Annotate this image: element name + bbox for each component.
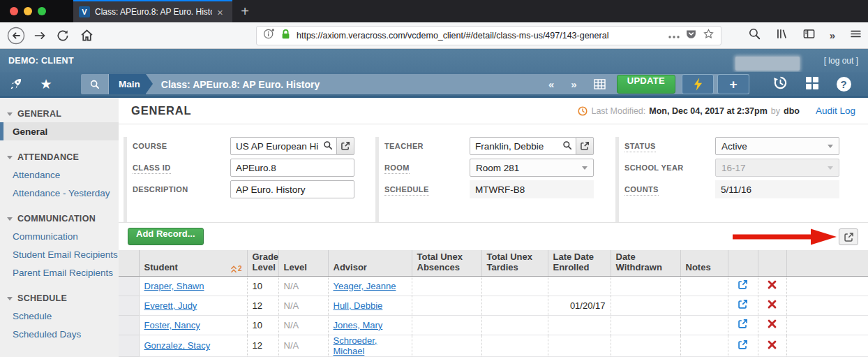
date-withdrawn-cell bbox=[611, 335, 680, 356]
column-header-total-unex-absences[interactable]: Total Unex Absences bbox=[412, 250, 481, 276]
update-button[interactable]: UPDATE bbox=[617, 75, 675, 94]
column-header-level[interactable]: Level bbox=[278, 250, 328, 276]
browser-tab[interactable]: V Class: APEuro.8: AP Euro. Histo × bbox=[73, 0, 232, 22]
sidebar-item-general[interactable]: General bbox=[0, 122, 119, 140]
student-cell: Everett, Judy bbox=[139, 296, 247, 315]
sidebar-item-schedule[interactable]: Schedule bbox=[0, 307, 119, 325]
column-header-student[interactable]: Student2 bbox=[139, 250, 247, 276]
delete-record-icon[interactable] bbox=[768, 280, 777, 289]
column-header-total-unex-tardies[interactable]: Total Unex Tardies bbox=[481, 250, 548, 276]
url-bar[interactable]: https://axiom.veracross.com/vcdemo_clien… bbox=[256, 26, 721, 45]
sidebar-section-header-general[interactable]: GENERAL bbox=[0, 106, 119, 122]
open-course-record-icon[interactable] bbox=[336, 137, 354, 155]
minimize-window-button[interactable] bbox=[24, 7, 32, 15]
column-header-date-withdrawn[interactable]: Date Withdrawn bbox=[611, 250, 680, 276]
refresh-icon[interactable] bbox=[53, 25, 74, 46]
app-navbar: ★ Main Class: APEuro.8: AP Euro. History… bbox=[0, 72, 868, 98]
add-record-button[interactable]: Add Record... bbox=[128, 228, 204, 245]
advisor-link[interactable]: Jones, Mary bbox=[334, 320, 383, 330]
sidebar-item-attendance-yesterday[interactable]: Attendance - Yesterday bbox=[0, 184, 119, 202]
logout-link[interactable]: [ log out ] bbox=[824, 56, 858, 66]
sort-ascending-icon: 2 bbox=[230, 265, 242, 273]
status-select[interactable]: Active bbox=[715, 137, 839, 155]
close-window-button[interactable] bbox=[10, 7, 18, 15]
overflow-chevrons-icon[interactable]: » bbox=[830, 29, 835, 41]
delete-record-icon[interactable] bbox=[768, 300, 777, 309]
room-select[interactable]: Room 281 bbox=[470, 159, 594, 177]
client-label: DEMO: CLIENT bbox=[8, 56, 74, 66]
column-header-notes[interactable]: Notes bbox=[680, 250, 728, 276]
sidebar-item-scheduled-days[interactable]: Scheduled Days bbox=[0, 325, 119, 343]
lookup-search-icon[interactable] bbox=[562, 140, 572, 153]
quick-actions-lightning-button[interactable] bbox=[682, 74, 714, 94]
page-info-icon[interactable] bbox=[263, 28, 275, 43]
back-icon[interactable] bbox=[6, 25, 27, 46]
table-row: Draper, Shawn10N/AYeager, Jeanne bbox=[119, 276, 868, 296]
class-id-input[interactable] bbox=[230, 159, 354, 177]
pocket-icon[interactable] bbox=[685, 28, 697, 43]
course-input[interactable] bbox=[230, 137, 337, 155]
library-icon[interactable] bbox=[775, 27, 788, 43]
favorites-star-icon[interactable]: ★ bbox=[31, 76, 61, 92]
advisor-link[interactable]: Hull, Debbie bbox=[334, 300, 383, 311]
open-record-icon[interactable] bbox=[738, 279, 748, 290]
row-handle[interactable] bbox=[119, 315, 139, 335]
last-modified-by-label: by bbox=[771, 106, 780, 116]
sidebar-item-communication[interactable]: Communication bbox=[0, 227, 119, 245]
page-actions-icon[interactable] bbox=[668, 29, 680, 42]
sidebar-item-attendance[interactable]: Attendance bbox=[0, 166, 119, 184]
row-handle[interactable] bbox=[119, 276, 139, 296]
column-header-grade-level[interactable]: Grade Level bbox=[247, 250, 278, 276]
open-record-icon[interactable] bbox=[738, 299, 748, 309]
row-handle[interactable] bbox=[119, 335, 139, 356]
breadcrumb-main[interactable]: Main bbox=[109, 74, 146, 94]
status-value: Active bbox=[721, 141, 747, 152]
description-input[interactable] bbox=[230, 180, 354, 198]
new-tab-button[interactable]: + bbox=[232, 0, 257, 22]
student-link[interactable]: Foster, Nancy bbox=[144, 320, 200, 330]
sidebar-item-parent-email-recipients[interactable]: Parent Email Recipients bbox=[0, 263, 119, 282]
home-icon[interactable] bbox=[76, 25, 97, 46]
results-grid-icon[interactable] bbox=[585, 79, 614, 89]
delete-record-icon[interactable] bbox=[768, 319, 777, 328]
previous-record-icon[interactable]: « bbox=[540, 78, 562, 90]
maximize-window-button[interactable] bbox=[38, 7, 46, 15]
apps-grid-icon[interactable] bbox=[805, 76, 819, 93]
row-handle[interactable] bbox=[119, 296, 139, 315]
open-record-icon[interactable] bbox=[738, 319, 748, 329]
history-icon[interactable] bbox=[772, 75, 788, 94]
advisor-link[interactable]: Yeager, Jeanne bbox=[334, 281, 396, 291]
tab-close-icon[interactable]: × bbox=[217, 7, 223, 17]
record-actions: « » UPDATE + bbox=[540, 74, 749, 94]
advisor-link[interactable]: Schroeder, Michael bbox=[334, 335, 377, 356]
search-icon[interactable] bbox=[748, 27, 761, 43]
bookmark-star-icon[interactable] bbox=[703, 28, 714, 43]
sidebar-section-header-schedule[interactable]: SCHEDULE bbox=[0, 291, 119, 307]
url-text[interactable]: https://axiom.veracross.com/vcdemo_clien… bbox=[297, 31, 663, 41]
sidebar-section-header-attendance[interactable]: ATTENDANCE bbox=[0, 150, 119, 166]
teacher-input[interactable] bbox=[470, 137, 576, 155]
open-record-icon[interactable] bbox=[738, 340, 748, 350]
popout-grid-button[interactable] bbox=[839, 228, 858, 245]
forward-icon[interactable] bbox=[29, 25, 50, 46]
open-teacher-record-icon[interactable] bbox=[576, 137, 594, 155]
student-link[interactable]: Gonzalez, Stacy bbox=[144, 340, 211, 351]
column-header-late-date-enrolled[interactable]: Late Date Enrolled bbox=[548, 250, 611, 276]
next-record-icon[interactable]: » bbox=[562, 78, 585, 90]
audit-log-link[interactable]: Audit Log bbox=[816, 105, 855, 116]
menu-icon[interactable] bbox=[849, 27, 862, 43]
rocket-icon[interactable] bbox=[0, 77, 31, 92]
level-cell: N/A bbox=[278, 276, 328, 296]
sidebar-panels-icon[interactable] bbox=[802, 27, 816, 43]
student-link[interactable]: Draper, Shawn bbox=[144, 281, 204, 291]
add-new-button[interactable]: + bbox=[717, 74, 749, 94]
lookup-search-icon[interactable] bbox=[323, 140, 333, 153]
student-link[interactable]: Everett, Judy bbox=[144, 300, 197, 311]
sidebar-section-header-communication[interactable]: COMMUNICATION bbox=[0, 211, 119, 227]
sidebar-item-student-email-recipients[interactable]: Student Email Recipients bbox=[0, 245, 119, 263]
nav-search-icon[interactable] bbox=[81, 74, 109, 94]
column-header-advisor[interactable]: Advisor bbox=[328, 250, 412, 276]
https-lock-icon[interactable] bbox=[280, 29, 291, 43]
delete-record-icon[interactable] bbox=[768, 340, 777, 349]
help-icon[interactable]: ? bbox=[837, 77, 851, 92]
